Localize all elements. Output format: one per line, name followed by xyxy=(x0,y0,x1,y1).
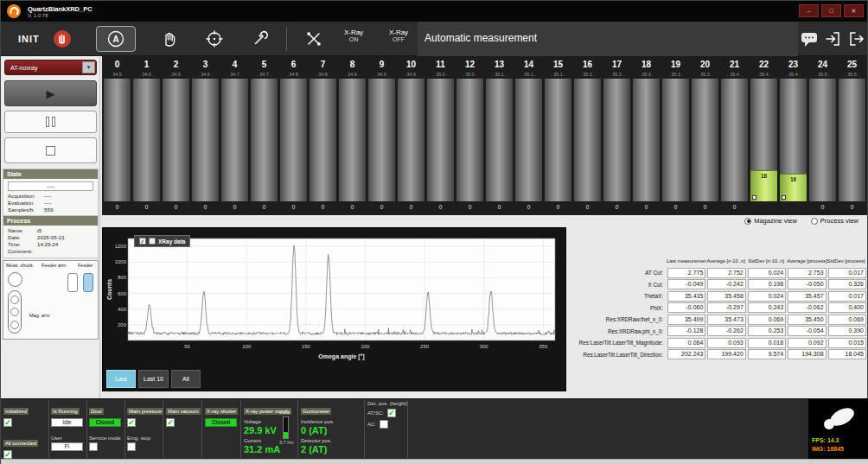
process-view-radio[interactable]: Process view xyxy=(811,217,858,225)
recipe-dropdown[interactable]: AT-noxray ▼ xyxy=(4,60,97,75)
magazine-slot-12[interactable]: 12. 35.0 .0 xyxy=(456,58,484,215)
results-value-field[interactable]: 0.092 xyxy=(788,338,826,348)
results-value-field[interactable]: -0.054 xyxy=(788,326,826,336)
all-connected-checkbox[interactable]: ✓ xyxy=(3,450,12,459)
tools-icon[interactable] xyxy=(252,30,269,48)
magazine-slot-24[interactable]: 24. 35.5 .0 xyxy=(808,58,837,215)
minimize-button[interactable]: – xyxy=(799,4,819,17)
results-value-field[interactable]: -0.060 xyxy=(667,302,705,313)
magazine-slot-3[interactable]: 3. 34.6 .0 xyxy=(191,58,220,215)
chart-range-last-button[interactable]: Last xyxy=(106,370,136,388)
chat-icon[interactable] xyxy=(800,31,819,48)
slot-checkbox[interactable] xyxy=(782,195,786,200)
results-value-field[interactable]: 2.775 xyxy=(667,268,705,278)
results-value-field[interactable]: 0.015 xyxy=(828,338,866,348)
magazine-slot-15[interactable]: 15. 35.1 .0 xyxy=(544,58,572,215)
is-running-field[interactable]: Idle xyxy=(51,418,83,427)
initialized-checkbox[interactable]: ✓ xyxy=(3,418,12,427)
results-value-field[interactable]: 0.400 xyxy=(828,302,866,313)
magazine-slot-4[interactable]: 4. 34.7 .0 xyxy=(220,58,249,215)
magazine-slot-21[interactable]: 21. 35.4 .0 xyxy=(720,58,749,215)
magazine-slot-18[interactable]: 18. 35.3 .0 xyxy=(632,58,661,215)
ac-checkbox[interactable] xyxy=(380,420,388,429)
emg-stop-checkbox[interactable] xyxy=(127,442,136,451)
chart-range-last10-button[interactable]: Last 10 xyxy=(138,370,169,388)
chart-range-all-button[interactable]: All xyxy=(171,370,201,388)
legend-checkbox[interactable]: ✓ xyxy=(139,238,146,245)
results-value-field[interactable]: 202.243 xyxy=(667,349,705,359)
results-value-field[interactable]: 0.326 xyxy=(828,279,866,289)
xray-off-button[interactable]: X-Ray OFF xyxy=(380,29,418,42)
results-value-field[interactable]: -0.242 xyxy=(707,279,745,289)
close-button[interactable]: ✕ xyxy=(844,4,864,17)
chevron-down-icon[interactable]: ▼ xyxy=(82,61,95,73)
logout-icon[interactable] xyxy=(848,30,865,48)
magazine-slot-1[interactable]: 1. 34.6 .0 xyxy=(132,58,161,215)
magazine-slot-19[interactable]: 19. 35.3 .0 xyxy=(661,58,690,215)
magazine-slot-8[interactable]: 8. 34.9 .0 xyxy=(338,58,367,215)
results-value-field[interactable]: 35.499 xyxy=(667,315,705,325)
slot-checkbox[interactable] xyxy=(752,195,756,200)
maximize-button[interactable]: □ xyxy=(821,4,841,17)
results-value-field[interactable]: 0.198 xyxy=(748,279,786,289)
results-value-field[interactable]: -0.262 xyxy=(707,326,745,336)
magazine-slot-20[interactable]: 20. 35.3 .0 xyxy=(691,58,719,215)
results-value-field[interactable]: -0.049 xyxy=(667,279,705,289)
magazine-slot-16[interactable]: 16. 35.2 .0 xyxy=(573,58,602,215)
tools-disabled-icon[interactable] xyxy=(305,30,322,48)
results-value-field[interactable]: 194.308 xyxy=(788,349,826,359)
login-icon[interactable] xyxy=(824,30,841,48)
results-value-field[interactable]: 0.390 xyxy=(828,326,866,336)
magazine-slot-23[interactable]: 23. 35.4 .16 xyxy=(779,58,807,215)
results-value-field[interactable]: 199.420 xyxy=(707,349,745,359)
service-mode-checkbox[interactable] xyxy=(89,442,98,451)
results-value-field[interactable]: 0.024 xyxy=(748,268,786,278)
results-value-field[interactable]: 0.018 xyxy=(748,338,786,348)
results-value-field[interactable]: 0.069 xyxy=(748,315,786,325)
results-value-field[interactable]: 0.093 xyxy=(707,338,745,348)
results-value-field[interactable]: 35.450 xyxy=(788,315,826,325)
magazine-slot-10[interactable]: 10. 34.9 .0 xyxy=(397,58,425,215)
magazine-slot-7[interactable]: 7. 34.8 .0 xyxy=(309,58,337,215)
results-value-field[interactable]: 35.458 xyxy=(707,291,745,302)
results-value-field[interactable]: 2.752 xyxy=(707,268,745,278)
user-field[interactable]: FI xyxy=(51,442,83,451)
magazine-slot-9[interactable]: 9. 34.9 .0 xyxy=(367,58,396,215)
magazine-slot-11[interactable]: 11. 35.0 .0 xyxy=(426,58,455,215)
main-vacuum-checkbox[interactable]: ✓ xyxy=(166,418,175,427)
magazine-slot-0[interactable]: 0. 34.5 .0 xyxy=(103,58,131,215)
automatic-mode-button[interactable]: A xyxy=(96,26,136,52)
results-value-field[interactable]: 9.574 xyxy=(748,349,786,359)
results-value-field[interactable]: 35.435 xyxy=(667,291,705,302)
magazine-slot-17[interactable]: 17. 35.2 .0 xyxy=(603,58,631,215)
magazine-view-radio[interactable]: Magazine view xyxy=(744,217,797,225)
state-status-field[interactable]: ---- xyxy=(8,181,93,191)
results-value-field[interactable]: 0.243 xyxy=(748,302,786,313)
pause-button[interactable] xyxy=(4,111,97,133)
atsc-checkbox[interactable]: ✓ xyxy=(387,409,396,417)
magazine-slot-2[interactable]: 2. 34.6 .0 xyxy=(162,58,190,215)
results-value-field[interactable]: 0.084 xyxy=(667,338,705,348)
magazine-slot-22[interactable]: 22. 35.4 .18 xyxy=(750,58,778,215)
stop-button[interactable] xyxy=(4,137,97,163)
alignment-crosshair-icon[interactable] xyxy=(205,29,224,48)
results-value-field[interactable]: 2.753 xyxy=(788,268,826,278)
results-value-field[interactable]: 0.069 xyxy=(828,315,866,325)
magazine-slot-25[interactable]: 25. 35.5 .0 xyxy=(838,58,866,215)
results-value-field[interactable]: -0.062 xyxy=(788,302,826,313)
results-value-field[interactable]: 0.024 xyxy=(748,291,786,302)
main-pressure-checkbox[interactable]: ✓ xyxy=(127,418,136,427)
magazine-slot-13[interactable]: 13. 35.1 .0 xyxy=(485,58,514,215)
magazine-slot-5[interactable]: 5. 34.7 .0 xyxy=(250,58,278,215)
magazine-slot-14[interactable]: 14. 35.1 .0 xyxy=(514,58,543,215)
results-value-field[interactable]: 0.017 xyxy=(828,291,866,302)
start-button[interactable]: ▶ xyxy=(4,80,97,106)
results-value-field[interactable]: -0.128 xyxy=(667,326,705,336)
results-value-field[interactable]: 0.017 xyxy=(828,268,866,278)
results-value-field[interactable]: 18.045 xyxy=(828,349,866,359)
results-value-field[interactable]: -0.297 xyxy=(707,302,745,313)
results-value-field[interactable]: -0.050 xyxy=(788,279,826,289)
xray-on-button[interactable]: X-Ray ON xyxy=(335,29,373,42)
manual-hand-icon[interactable] xyxy=(160,30,177,48)
magazine-slot-6[interactable]: 6. 34.8 .0 xyxy=(279,58,308,215)
